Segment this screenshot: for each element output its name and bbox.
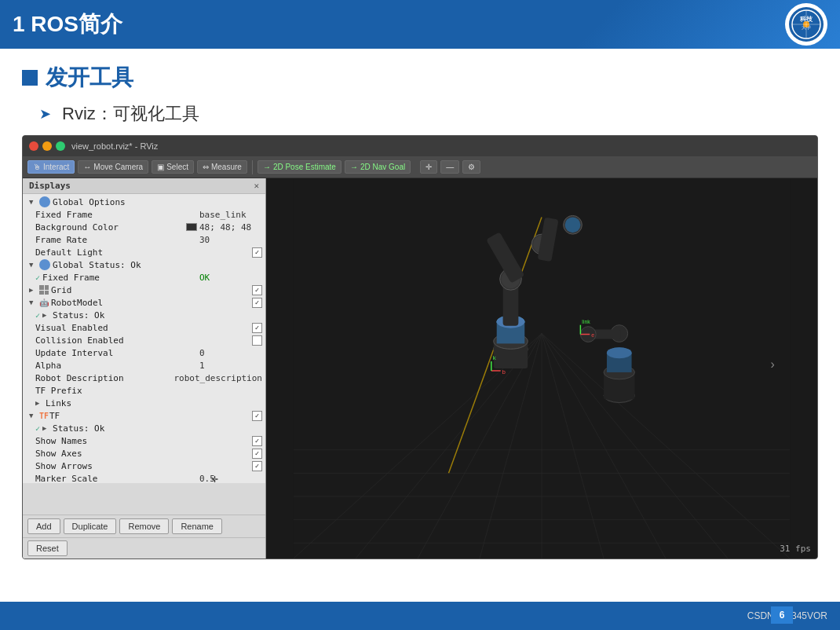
background-color-item[interactable]: Background Color 48; 48; 48	[23, 221, 265, 233]
robot-desc-value: robot_description	[173, 373, 262, 383]
displays-panel: Displays ✕ ▼ Global Options Fixed Frame …	[23, 178, 266, 559]
svg-point-47	[607, 347, 632, 358]
tf-status-item[interactable]: ✓ ▶ Status: Ok	[23, 422, 265, 434]
visual-enabled-item[interactable]: Visual Enabled	[23, 321, 265, 334]
item-label: Robot Description	[35, 373, 171, 383]
bottom-bar: CSDN @2345VOR 6	[0, 602, 840, 630]
3d-viewport[interactable]: b k	[266, 178, 817, 559]
item-label: Fixed Frame	[35, 210, 197, 220]
show-axes-item[interactable]: Show Axes	[23, 447, 265, 460]
move-camera-button[interactable]: ↔Move Camera	[78, 160, 148, 174]
item-label: Visual Enabled	[35, 323, 250, 333]
section-heading: 发开工具	[0, 49, 840, 99]
svg-text:e: e	[591, 332, 594, 338]
window-buttons	[29, 141, 65, 151]
grid-item[interactable]: ▶ Grid	[23, 284, 265, 296]
svg-text:k: k	[493, 354, 496, 361]
check-icon: ✓	[35, 311, 40, 320]
header-bar: 1 ROS简介 科技 大学	[0, 0, 840, 49]
grid-checkbox[interactable]	[252, 285, 262, 295]
item-label: TF Prefix	[35, 386, 197, 396]
links-item[interactable]: ▶ Links	[23, 397, 265, 409]
item-label: Frame Rate	[35, 235, 197, 245]
item-label: Status: Ok	[53, 310, 262, 320]
panel-reset-footer: Reset	[23, 537, 265, 559]
frame-rate-value: 30	[199, 235, 262, 245]
rename-button[interactable]: Rename	[172, 518, 222, 534]
robot-icon: 🤖	[39, 299, 49, 307]
remove-button[interactable]: Remove	[119, 518, 169, 534]
close-button[interactable]	[29, 141, 38, 151]
check-icon: ✓	[35, 273, 40, 282]
global-options-item[interactable]: ▼ Global Options	[23, 196, 265, 208]
visual-enabled-checkbox[interactable]	[252, 323, 262, 333]
robot-description-item[interactable]: Robot Description robot_description	[23, 372, 265, 384]
update-interval-item[interactable]: Update Interval 0	[23, 346, 265, 359]
add-point-button[interactable]: ✛	[420, 160, 437, 174]
header-title: 1 ROS简介	[13, 9, 122, 39]
tf-prefix-item[interactable]: TF Prefix	[23, 384, 265, 397]
select-button[interactable]: ▣Select	[152, 160, 194, 174]
fixed-frame-status-value: OK	[199, 273, 262, 283]
frame-rate-item[interactable]: Frame Rate 30	[23, 233, 265, 246]
collision-enabled-item[interactable]: Collision Enabled	[23, 334, 265, 346]
maximize-button[interactable]	[56, 141, 65, 151]
show-arrows-item[interactable]: Show Arrows	[23, 460, 265, 472]
sub-heading: ➤ Rviz：可视化工具	[0, 99, 840, 135]
sub-title: Rviz：可视化工具	[62, 102, 199, 126]
show-names-item[interactable]: Show Names	[23, 434, 265, 447]
item-label: Links	[46, 398, 262, 408]
marker-scale-value: 0.5	[199, 474, 262, 484]
item-label: Show Names	[35, 436, 250, 446]
rviz-body: Displays ✕ ▼ Global Options Fixed Frame …	[23, 178, 817, 559]
robot-model-item[interactable]: ▼ 🤖 RobotModel	[23, 296, 265, 309]
robot-model-checkbox[interactable]	[252, 298, 262, 308]
fixed-frame-status-item[interactable]: ✓ Fixed Frame OK	[23, 271, 265, 284]
item-label: Marker Scale	[35, 474, 197, 484]
minus-button[interactable]: —	[440, 160, 459, 174]
expand-icon: ▶	[42, 424, 50, 432]
item-label: Status: Ok	[53, 423, 262, 434]
blue-square-icon	[22, 70, 38, 86]
fps-counter: 31 fps	[780, 544, 811, 554]
alpha-item[interactable]: Alpha 1	[23, 359, 265, 372]
arrow-right-icon: ➤	[39, 105, 51, 123]
collision-enabled-checkbox[interactable]	[252, 335, 262, 346]
item-label: Global Options	[53, 197, 262, 207]
show-arrows-checkbox[interactable]	[252, 461, 262, 471]
fixed-frame-item[interactable]: Fixed Frame base_link	[23, 208, 265, 221]
settings-button[interactable]: ⚙	[462, 160, 480, 174]
tf-checkbox[interactable]	[252, 411, 262, 421]
check-icon: ✓	[35, 424, 40, 433]
add-button[interactable]: Add	[27, 518, 60, 534]
svg-text:b: b	[502, 368, 506, 375]
marker-scale-item[interactable]: Marker Scale 0.5	[23, 472, 265, 483]
minimize-button[interactable]	[42, 141, 52, 151]
expand-icon: ▼	[29, 299, 37, 306]
measure-button[interactable]: ⇔Measure	[197, 160, 247, 174]
window-title: view_robot.rviz* - RViz	[71, 141, 158, 151]
pose-estimate-button[interactable]: →2D Pose Estimate	[257, 160, 341, 174]
robot-status-item[interactable]: ✓ ▶ Status: Ok	[23, 309, 265, 321]
expand-icon: ▶	[42, 311, 50, 319]
item-label: Fixed Frame	[42, 273, 197, 283]
item-label: RobotModel	[51, 298, 250, 308]
panel-close-icon[interactable]: ✕	[254, 181, 259, 191]
default-light-checkbox[interactable]	[252, 247, 262, 258]
globe-icon	[39, 259, 50, 270]
update-interval-value: 0	[199, 348, 262, 358]
duplicate-button[interactable]: Duplicate	[64, 518, 117, 534]
show-names-checkbox[interactable]	[252, 436, 262, 446]
default-light-item[interactable]: Default Light	[23, 246, 265, 258]
show-axes-checkbox[interactable]	[252, 449, 262, 459]
reset-button[interactable]: Reset	[27, 540, 68, 556]
expand-icon: ▶	[35, 399, 43, 407]
item-label: TF	[49, 411, 250, 421]
global-status-item[interactable]: ▼ Global Status: Ok	[23, 258, 265, 271]
university-logo: 科技 大学	[785, 3, 827, 46]
interact-button[interactable]: 🖱Interact	[27, 160, 75, 174]
tf-item[interactable]: ▼ TF TF	[23, 409, 265, 422]
nav-goal-button[interactable]: →2D Nav Goal	[345, 160, 411, 174]
item-label: Show Axes	[35, 449, 250, 459]
item-label: Collision Enabled	[35, 335, 250, 346]
